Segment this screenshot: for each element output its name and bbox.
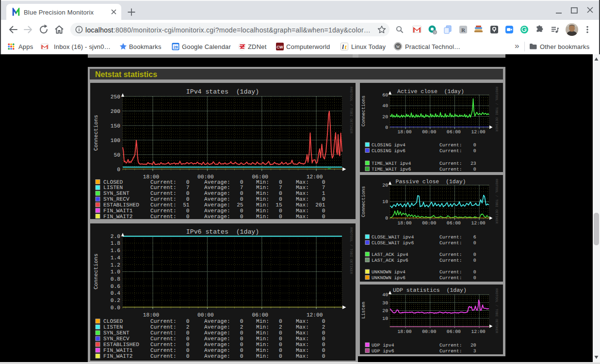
svg-text:Current: 0: Current: 0 xyxy=(439,258,476,263)
svg-text:Current: 0: Current: 0 xyxy=(439,240,476,246)
svg-text:Min: 0: Min: 0 xyxy=(256,336,282,342)
svg-text:l: l xyxy=(342,43,344,50)
svg-text:Average: 25: Average: 25 xyxy=(204,203,243,208)
svg-text:IPv6 states (1day): IPv6 states (1day) xyxy=(186,228,259,236)
svg-text:Max: 0: Max: 0 xyxy=(296,208,325,214)
svg-text:Max: 0: Max: 0 xyxy=(296,354,325,360)
svg-text:Min: 0: Min: 0 xyxy=(256,348,282,354)
svg-text:CLOSE_WAIT ipv4: CLOSE_WAIT ipv4 xyxy=(372,235,414,240)
svg-text:LISTEN: LISTEN xyxy=(103,325,123,331)
svg-text:Average: 0: Average: 0 xyxy=(204,331,243,336)
svg-text:1.4: 1.4 xyxy=(111,255,120,261)
svg-text:Connections: Connections xyxy=(361,186,366,217)
svg-text:Current: 2: Current: 2 xyxy=(150,325,190,331)
svg-text:Current: 0: Current: 0 xyxy=(150,331,190,336)
svg-text:60: 60 xyxy=(382,93,388,98)
svg-text:18:00: 18:00 xyxy=(143,313,160,318)
svg-text:Min: 0: Min: 0 xyxy=(256,179,282,186)
svg-text:Average: 0: Average: 0 xyxy=(204,180,243,186)
svg-text:Current: 6: Current: 6 xyxy=(439,235,476,240)
svg-text:Current: 0: Current: 0 xyxy=(150,197,190,203)
svg-text:Max: 0: Max: 0 xyxy=(296,197,325,203)
svg-text:RRDTOOL / TOBI OETIKER: RRDTOOL / TOBI OETIKER xyxy=(494,87,499,132)
svg-text:LAST_ACK ipv6: LAST_ACK ipv6 xyxy=(372,258,408,263)
svg-text:Max: 0: Max: 0 xyxy=(296,336,325,342)
svg-text:00:00: 00:00 xyxy=(422,329,436,334)
svg-text:SYN_RECV: SYN_RECV xyxy=(103,197,130,203)
svg-text:18:00: 18:00 xyxy=(397,221,411,226)
svg-text:Min: 0: Min: 0 xyxy=(256,353,282,360)
svg-text:Min: 0: Min: 0 xyxy=(256,214,282,219)
svg-text:CW: CW xyxy=(276,45,283,49)
svg-text:CLOSED: CLOSED xyxy=(103,319,123,325)
svg-text:Min: 0: Min: 0 xyxy=(256,196,282,203)
svg-text:Average: 7: Average: 7 xyxy=(204,185,243,191)
svg-text:Current: 0: Current: 0 xyxy=(150,342,190,348)
svg-text:06:00: 06:00 xyxy=(447,221,461,226)
svg-text:Max: 201: Max: 201 xyxy=(296,203,325,208)
svg-text:40: 40 xyxy=(382,292,388,298)
svg-text:40: 40 xyxy=(382,103,388,109)
svg-text:10: 10 xyxy=(382,316,388,321)
svg-text:R: R xyxy=(461,28,466,33)
svg-text:Min: 7: Min: 7 xyxy=(256,185,282,191)
svg-text:Max: 0: Max: 0 xyxy=(296,214,325,219)
svg-text:Current: 51: Current: 51 xyxy=(150,203,190,208)
svg-text:TIME_WAIT ipv6: TIME_WAIT ipv6 xyxy=(372,167,411,172)
svg-text:Min: 15: Min: 15 xyxy=(256,202,282,208)
svg-text:20: 20 xyxy=(382,114,388,120)
svg-text:Min: 0: Min: 0 xyxy=(256,330,282,336)
svg-text:Max: 0: Max: 0 xyxy=(296,180,325,186)
svg-text:UDP ipv6: UDP ipv6 xyxy=(372,348,394,354)
svg-text:Average: 0: Average: 0 xyxy=(204,336,243,342)
svg-text:Current: 0: Current: 0 xyxy=(150,191,190,197)
svg-text:00:00: 00:00 xyxy=(197,313,214,318)
svg-text:00:00: 00:00 xyxy=(422,221,436,226)
svg-text:0.8: 0.8 xyxy=(111,277,120,283)
svg-text:LISTEN: LISTEN xyxy=(103,185,123,191)
svg-text:CLOSING ipv6: CLOSING ipv6 xyxy=(372,148,405,154)
svg-text:RRDTOOL / TOBI OETIKER: RRDTOOL / TOBI OETIKER xyxy=(494,179,499,224)
svg-text:Min: 0: Min: 0 xyxy=(256,190,282,197)
svg-text:CLOSING ipv4: CLOSING ipv4 xyxy=(372,142,405,148)
svg-text:CLOSED: CLOSED xyxy=(103,180,123,186)
svg-text:Average: 0: Average: 0 xyxy=(204,348,243,354)
svg-text:Min: 0: Min: 0 xyxy=(256,208,282,214)
svg-text:Current: 0: Current: 0 xyxy=(150,319,190,325)
svg-text:Current: 20: Current: 20 xyxy=(439,343,476,348)
svg-text:Min: 0: Min: 0 xyxy=(256,342,282,348)
svg-text:RRDTOOL / TOBI OETIKER: RRDTOOL / TOBI OETIKER xyxy=(494,288,499,333)
svg-text:ESTABLISHED: ESTABLISHED xyxy=(103,203,139,208)
svg-text:Average: 0: Average: 0 xyxy=(204,319,243,325)
svg-text:Connections: Connections xyxy=(361,95,366,127)
svg-text:RRDTOOL / TOBI OETIKER: RRDTOOL / TOBI OETIKER xyxy=(349,227,353,274)
svg-text:Max: 0: Max: 0 xyxy=(296,319,325,325)
svg-text:Average: 0: Average: 0 xyxy=(204,342,243,348)
svg-text:CLOSE_WAIT ipv6: CLOSE_WAIT ipv6 xyxy=(372,240,414,246)
svg-text:18:00: 18:00 xyxy=(397,329,411,334)
svg-text:1.0: 1.0 xyxy=(111,269,120,275)
svg-text:06:00: 06:00 xyxy=(447,329,461,334)
svg-text:150: 150 xyxy=(111,124,120,129)
svg-text:Connections: Connections xyxy=(93,115,99,151)
svg-text:Max: 7: Max: 7 xyxy=(296,185,325,191)
svg-text:00:00: 00:00 xyxy=(422,129,436,135)
svg-text:1.8: 1.8 xyxy=(111,241,120,247)
svg-text:250: 250 xyxy=(111,95,120,100)
svg-text:1.2: 1.2 xyxy=(111,263,120,269)
svg-text:Average: 0: Average: 0 xyxy=(204,191,243,197)
svg-text:Current: 7: Current: 7 xyxy=(150,185,190,191)
svg-text:Max: 2: Max: 2 xyxy=(296,325,325,331)
svg-text:30: 30 xyxy=(382,301,388,306)
svg-text:Min: 0: Min: 0 xyxy=(256,318,282,325)
svg-text:12:00: 12:00 xyxy=(471,221,486,226)
svg-text:2.0: 2.0 xyxy=(111,234,120,240)
svg-text:Current: 0: Current: 0 xyxy=(439,269,476,275)
svg-text:18:00: 18:00 xyxy=(397,129,411,135)
svg-text:12:00: 12:00 xyxy=(471,129,486,135)
svg-text:Listen: Listen xyxy=(361,302,366,319)
svg-text:ESTABLISHED: ESTABLISHED xyxy=(103,342,139,348)
svg-text:Connections: Connections xyxy=(93,253,99,289)
svg-text:0: 0 xyxy=(385,125,388,130)
svg-text:t: t xyxy=(345,43,347,50)
